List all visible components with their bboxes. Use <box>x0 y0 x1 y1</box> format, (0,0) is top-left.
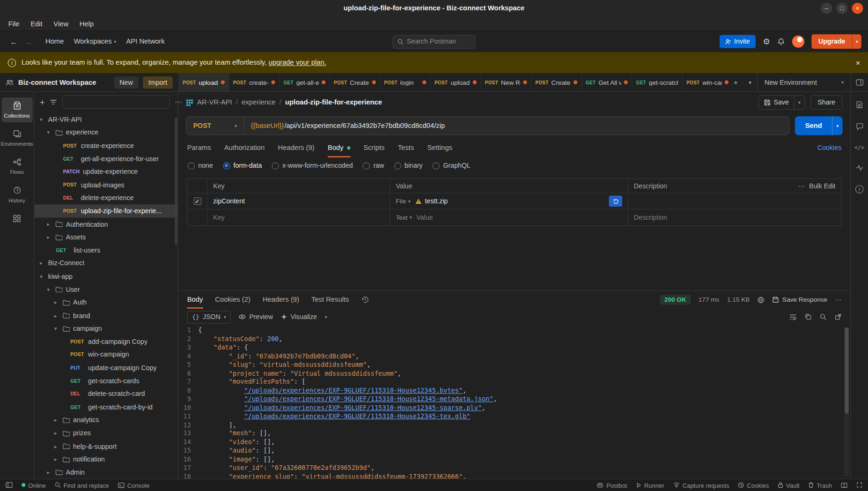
menu-file[interactable]: File <box>3 19 24 29</box>
response-tab-cookies[interactable]: Cookies (2) <box>215 291 250 309</box>
type-dropdown[interactable]: Text▾ <box>396 214 412 221</box>
runner-button[interactable]: Runner <box>636 482 664 488</box>
cookies-link[interactable]: Cookies <box>817 144 841 152</box>
tree-request-win-campaign[interactable]: POSTwin-campaign <box>34 348 177 361</box>
save-response-button[interactable]: Save Response <box>772 297 827 303</box>
tree-folder-notification[interactable]: ▸notification <box>34 453 177 466</box>
type-dropdown[interactable]: File▾ <box>396 198 410 204</box>
key-cell[interactable]: zipContent <box>207 193 390 209</box>
response-body[interactable]: 1{2 "statusCode": 200,3 "data": {4 "_id"… <box>178 325 850 479</box>
upgrade-plan-link[interactable]: upgrade your plan. <box>269 59 326 67</box>
response-more-icon[interactable]: ⋯ <box>835 296 842 304</box>
activity-icon[interactable] <box>855 165 863 171</box>
mode-graphql[interactable]: GraphQL <box>433 162 471 170</box>
preview-button[interactable]: Preview <box>239 313 273 321</box>
open-tab[interactable]: GETget-all-exp <box>280 73 330 91</box>
tab-body[interactable]: Body <box>328 139 350 157</box>
vault-button[interactable]: Vault <box>778 482 799 488</box>
checkbox-checked-icon[interactable]: ✓ <box>193 197 201 205</box>
visualize-button[interactable]: Visualize <box>280 313 317 321</box>
response-tab-headers[interactable]: Headers (9) <box>263 291 299 309</box>
tree-folder-admin[interactable]: ▸Admin <box>34 466 177 478</box>
copy-icon[interactable] <box>805 313 811 320</box>
key-cell-placeholder[interactable]: Key <box>207 209 390 225</box>
tree-request-delete-scratch-card[interactable]: DELdelete-scratch-card <box>34 387 177 401</box>
tab-params[interactable]: Params <box>187 139 211 157</box>
tree-request-get-scratch-card-by-id[interactable]: GETget-scratch-card-by-id <box>34 401 177 414</box>
tab-tests[interactable]: Tests <box>398 139 414 157</box>
back-icon[interactable]: ← <box>7 37 21 46</box>
tree-collection-kiwi-app[interactable]: ▾kiwi-app <box>34 270 177 283</box>
search-response-icon[interactable] <box>820 313 826 320</box>
response-history-icon[interactable] <box>361 296 369 304</box>
open-tab[interactable]: GETGet All vide <box>582 73 633 91</box>
environment-selector[interactable]: New Environment ▾ <box>758 73 851 91</box>
method-select[interactable]: POST ▾ <box>186 117 244 134</box>
search-collections-input[interactable] <box>62 95 170 108</box>
open-tab[interactable]: GETget-scratch <box>632 73 683 91</box>
tree-folder-campaign[interactable]: ▾campaign <box>34 322 177 335</box>
tree-request-delete-experience[interactable]: DELdelete-experience <box>34 192 177 205</box>
find-and-replace-button[interactable]: Find and replace <box>55 482 109 488</box>
sidebar-more-icon[interactable]: ⋯ <box>175 98 182 106</box>
wrap-lines-icon[interactable] <box>789 314 796 320</box>
breadcrumb-request[interactable]: upload-zip-file-for-experience <box>285 98 382 106</box>
nav-api-network[interactable]: API Network <box>126 37 164 45</box>
rail-flows[interactable]: Flows <box>1 154 32 179</box>
sidebar-scrollbar[interactable] <box>175 118 177 245</box>
tree-collection-ar-vr-api[interactable]: ▾AR-VR-API <box>34 113 177 126</box>
tree-folder-analytics[interactable]: ▸analytics <box>34 414 177 427</box>
mode-none[interactable]: none <box>188 162 213 170</box>
minimize-button[interactable]: – <box>821 3 832 14</box>
format-select[interactable]: {} JSON ▾ <box>187 311 231 323</box>
tree-request-create-experience[interactable]: POSTcreate-experience <box>34 139 177 152</box>
environment-quick-look-icon[interactable] <box>850 73 868 91</box>
console-button[interactable]: Console <box>118 482 150 488</box>
tree-request-list-users[interactable]: GETlist-users <box>34 244 177 257</box>
tree-folder-auth[interactable]: ▸Auth <box>34 296 177 309</box>
tab-scripts[interactable]: Scripts <box>363 139 384 157</box>
tab-settings[interactable]: Settings <box>427 139 452 157</box>
capture-requests-button[interactable]: Capture requests <box>673 482 729 488</box>
global-search[interactable] <box>392 35 475 49</box>
expand-icon[interactable] <box>856 482 862 488</box>
open-external-icon[interactable] <box>835 313 841 320</box>
reselect-file-icon[interactable] <box>609 195 622 207</box>
open-tab[interactable]: POSTlogin <box>380 73 431 91</box>
send-caret-icon[interactable]: ▾ <box>832 116 842 135</box>
tab-headers[interactable]: Headers (9) <box>278 139 315 157</box>
url-input[interactable]: {{baseUrl}} /api/v1/experience/67ab3492b… <box>244 117 789 134</box>
tree-folder-prizes[interactable]: ▸prizes <box>34 427 177 440</box>
save-caret-icon[interactable]: ▾ <box>794 96 804 109</box>
network-globe-icon[interactable] <box>758 296 765 303</box>
postman-avatar-icon[interactable] <box>792 36 804 48</box>
rail-more-tools-icon[interactable] <box>1 210 32 226</box>
new-tab-plus-icon[interactable]: + <box>728 73 743 91</box>
bell-icon[interactable] <box>777 37 785 46</box>
mode-x-www-form-urlencoded[interactable]: x-www-form-urlencoded <box>272 162 353 170</box>
toggle-sidebar-icon[interactable] <box>6 482 13 488</box>
send-button[interactable]: Send ▾ <box>795 116 842 135</box>
save-button[interactable]: Save ▾ <box>758 95 805 110</box>
open-tab[interactable]: POSTwin-camp <box>683 73 728 91</box>
breadcrumb-folder[interactable]: experience <box>242 98 275 106</box>
tab-list-caret-icon[interactable]: ▾ <box>743 73 758 91</box>
share-button[interactable]: Share <box>810 95 843 110</box>
chevron-down-icon[interactable]: ▾ <box>852 34 861 49</box>
nav-home[interactable]: Home <box>45 37 64 45</box>
tree-request-get-scratch-cards[interactable]: GETget-scratch-cards <box>34 374 177 387</box>
tree-request-upload-zip-file-for-experie[interactable]: POSTupload-zip-file-for-experie... <box>34 204 177 217</box>
visualize-caret-icon[interactable]: ▾ <box>325 314 327 320</box>
nav-workspaces[interactable]: Workspaces ▾ <box>74 37 117 45</box>
tree-folder-experience[interactable]: ▾experience <box>34 126 177 139</box>
add-collection-icon[interactable]: + <box>40 97 44 107</box>
bulk-edit-button[interactable]: ⋯ Bulk Edit <box>798 182 836 190</box>
tree-folder-brand[interactable]: ▸brand <box>34 309 177 322</box>
trash-button[interactable]: Trash <box>809 482 832 488</box>
postbot-button[interactable]: Postbot <box>597 482 627 488</box>
file-chip[interactable]: testt.zip <box>415 197 448 205</box>
tree-collection-biz-connect[interactable]: ▸Biz-Connect <box>34 257 177 270</box>
close-button[interactable]: × <box>852 3 863 14</box>
tree-folder-authentication[interactable]: ▸Authentication <box>34 217 177 231</box>
open-tab[interactable]: POSTupload-zi <box>179 73 229 91</box>
